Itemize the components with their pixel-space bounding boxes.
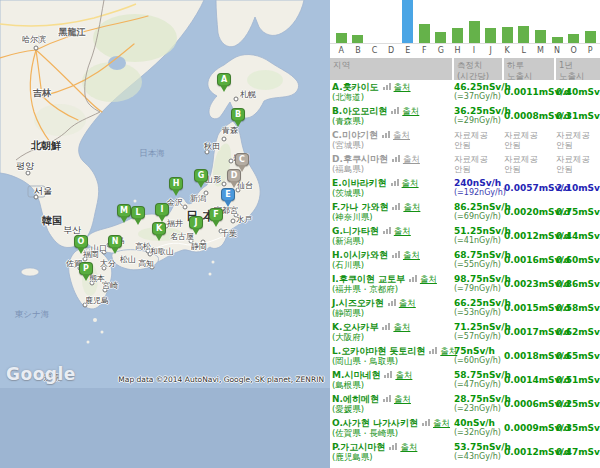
measurement-gray-value: (=57nGy/h) [454,332,504,343]
data-panel: ABCDEFGHIJKLMNOP 지역 측정치 (시간당) 하루 노출시 1년 … [330,0,600,468]
source-link-i[interactable]: 출처 [420,274,437,284]
map-marker-d[interactable]: D [227,169,241,182]
table-row-f: F.가나 가와현출처(神奈川県)86.25nSv/h(=69nGy/h)0.00… [330,200,600,224]
chart-axis-label-k: K [499,46,516,55]
measurement-gray-value: (=32nGy/h) [454,428,504,439]
yearly-exposure-value: 0.31mSv/y [556,111,600,121]
map-marker-e[interactable]: E [221,188,235,201]
mini-bars-icon [384,370,393,381]
map-marker-h[interactable]: H [169,177,183,190]
source-link-g[interactable]: 출처 [394,226,411,236]
source-link-n[interactable]: 출처 [394,394,411,404]
measurement-gray-value: (=41nGy/h) [454,236,504,247]
map-marker-n[interactable]: N [108,235,122,248]
map-label: 福井 [167,220,183,228]
measurement-gray-value: (=53nGy/h) [454,308,504,319]
source-link-c[interactable]: 출처 [393,130,410,140]
source-link-k[interactable]: 출처 [393,322,410,332]
map-marker-p[interactable]: P [79,262,93,275]
source-link-o[interactable]: 출처 [433,418,450,428]
city-dot [222,182,227,187]
map-marker-a[interactable]: A [217,73,231,86]
yearly-exposure-value: 0.75mSv/y [556,207,600,217]
region-kanji: (北海道) [332,92,454,103]
daily-exposure-value: 0.0012mSv/d [504,231,556,241]
chart-axis-label-g: G [433,46,450,55]
table-row-m: M.시마네현출처(島根県)58.75nSv/h(=47nGy/h)0.0014m… [330,368,600,392]
table-row-b: B.아오모리현출처(青森県)36.25nSv/h(=29nGy/h)0.0008… [330,104,600,128]
map-marker-l[interactable]: L [131,206,145,219]
map-label: 서울 [34,187,52,196]
chart-axis-label-e: E [399,46,416,55]
map-label: 高松 [135,243,151,251]
source-link-a[interactable]: 출처 [394,82,411,92]
chart-bar-o [568,34,579,43]
no-data-text: 자료제공 안됨 [454,130,504,151]
measurement-gray-value: (=37nGy/h) [454,92,504,103]
region-name: A.홋카이도 [332,82,379,92]
region-name: D.후쿠시마현 [332,154,388,164]
chart-axis-label-b: B [350,46,367,55]
chart-axis-label-i: I [466,46,483,55]
yearly-exposure-value: 0.86mSv/y [556,279,600,289]
measurement-value: 46.25nSv/h [454,82,504,93]
yearly-exposure-value: 0.65mSv/y [556,351,600,361]
measurement-value: 36.25nSv/h [454,106,504,117]
measurement-gray-value: (=79nGy/h) [454,284,504,295]
source-link-h[interactable]: 출처 [403,250,420,260]
mini-bars-icon [391,106,400,117]
map-label: 秋田 [204,143,220,151]
map-marker-k[interactable]: K [152,222,166,235]
map-marker-j[interactable]: J [189,216,203,229]
mini-bars-icon [392,202,401,213]
region-kanji: (石川県) [332,260,454,271]
header-yearly-exposure: 1년 노출시 [556,58,600,80]
mini-bars-icon [391,178,400,189]
measurement-gray-value: (=69nGy/h) [454,212,504,223]
city-dot [222,137,227,142]
map-marker-f[interactable]: F [209,208,223,221]
daily-exposure-value: 0.0014mSv/d [504,375,556,385]
source-link-d[interactable]: 출처 [403,154,420,164]
mini-bars-icon [392,250,401,261]
google-map[interactable]: 黑龍江哈尔滨吉林北朝鮮평양서울韓国부산日本海東シナ海日本札幌青森秋田盛岡山形仙台… [0,0,330,468]
map-marker-b[interactable]: B [231,108,245,121]
source-link-m[interactable]: 출처 [395,370,412,380]
daily-exposure-value: 0.0006mSv/d [504,399,556,409]
map-label: 東シナ海 [15,310,49,319]
measurement-value: 71.25nSv/h [454,322,504,333]
source-link-j[interactable]: 출처 [399,298,416,308]
yearly-exposure-value: 2.10mSv/y [556,183,600,193]
source-link-b[interactable]: 출처 [402,106,419,116]
header-region: 지역 [330,58,452,80]
measurement-value: 66.25nSv/h [454,298,504,309]
chart-bar-h [452,28,463,43]
daily-exposure-value: 0.0008mSv/d [504,111,556,121]
table-header: 지역 측정치 (시간당) 하루 노출시 1년 노출시 [330,58,600,80]
city-dot [34,46,39,51]
source-link-p[interactable]: 출처 [400,442,417,452]
map-marker-i[interactable]: I [155,203,169,216]
region-kanji: (岡山県・鳥取県) [332,356,454,367]
map-marker-o[interactable]: O [74,235,88,248]
table-row-k: K.오사카부출처(大阪府)71.25nSv/h(=57nGy/h)0.0017m… [330,320,600,344]
measurement-value: 75nSv/h [454,346,504,357]
header-daily-exposure: 하루 노출시 [504,58,554,80]
measurement-value: 240nSv/h [454,178,504,189]
mini-bars-icon [383,82,392,93]
source-link-f[interactable]: 출처 [403,202,420,212]
table-row-d: D.후쿠시마현출처(福島県)자료제공 안됨자료제공 안됨자료제공 안됨 [330,152,600,176]
source-link-e[interactable]: 출처 [402,178,419,188]
chart-bar-f [419,24,430,43]
map-label: 和歌山 [150,248,174,256]
region-name: B.아오모리현 [332,106,387,116]
map-marker-g[interactable]: G [194,169,208,182]
measurement-value: 28.75nSv/h [454,394,504,405]
daily-exposure-value: 0.0018mSv/d [504,351,556,361]
map-marker-m[interactable]: M [117,204,131,217]
region-name: C.미야기현 [332,130,378,140]
yearly-exposure-value: 0.62mSv/y [556,327,600,337]
yearly-exposure-value: 0.35mSv/y [556,423,600,433]
map-marker-c[interactable]: C [235,153,249,166]
region-kanji: (佐賀県・長崎県) [332,428,454,439]
